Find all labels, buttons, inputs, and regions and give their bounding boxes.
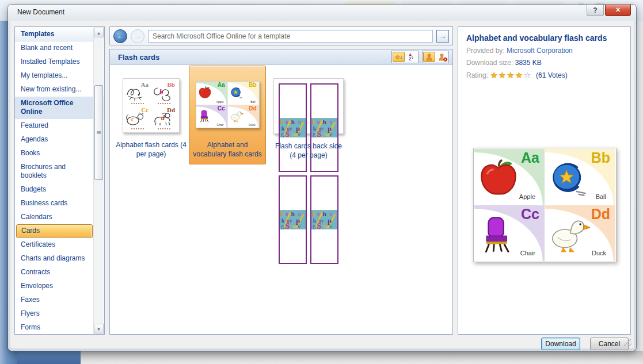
template-item-alphabet-flash-cards[interactable]: Aa Bb b Cc [115,78,188,159]
sidebar-item-business-cards[interactable]: Business cards [15,197,104,210]
template-thumbnail: Aa Bb b Cc [123,78,180,133]
letter-collage [279,175,307,264]
sketch-animal-icon [125,111,145,127]
sidebar-item-cards[interactable]: Cards [16,224,93,238]
resize-grip[interactable] [624,339,631,346]
community-exclude-button[interactable]: × [436,52,448,62]
sidebar-item-flyers[interactable]: Flyers [15,307,104,321]
screen: AaB New Document ? × Templates Blank and… [0,0,643,364]
templates-sidebar: Templates Blank and recent Installed Tem… [14,26,105,335]
rating-stars: ★★★★☆ [490,70,531,80]
community-group: × [422,51,449,63]
scroll-up-icon[interactable]: ▲ [94,28,104,37]
sidebar-item-envelopes[interactable]: Envelopes [15,279,104,293]
forward-button[interactable]: → [131,29,144,43]
close-button[interactable]: × [605,5,631,16]
chair-icon [198,110,212,122]
sidebar-header-office-online: Microsoft Office Online [15,97,104,119]
template-tiles: Aa Bb b Cc [110,64,452,334]
sidebar-item-blank-and-recent[interactable]: Blank and recent [15,41,104,55]
search-bar: ← → → [109,26,453,45]
star-icon: ★ [499,70,507,80]
help-button[interactable]: ? [587,5,604,16]
provided-by-value[interactable]: Microsoft Corporation [507,47,573,55]
template-thumbnail: Aa Apple Bb Ball Cc [196,81,260,128]
caption-mark [131,128,145,129]
sidebar-item-charts-and-diagrams[interactable]: Charts and diagrams [15,252,104,266]
sort-az-button[interactable]: AZ↓ [405,52,417,62]
sidebar-item-certificates[interactable]: Certificates [15,238,104,252]
sidebar-item-budgets[interactable]: Budgets [15,183,104,197]
sidebar-item-my-templates[interactable]: My templates... [15,69,104,83]
ball-icon [549,159,590,197]
sidebar-item-new-from-existing[interactable]: New from existing... [15,83,104,97]
card-letter: Cc [218,105,225,112]
apple-icon [478,159,519,197]
sidebar-item-forms[interactable]: Forms [15,321,104,335]
back-arrow-icon: ← [117,32,124,40]
sidebar-scrollbar[interactable]: ▲ ▼ [93,28,104,334]
template-label: Alphabet and vocabulary flash cards [189,140,265,159]
card-letter: Dd [249,105,256,112]
cancel-button[interactable]: Cancel [590,338,629,350]
template-gallery: Flash cards ★↓ AZ↓ [109,49,453,335]
star-icon: ★ [490,70,498,80]
sidebar-item-featured[interactable]: Featured [15,119,104,133]
download-button[interactable]: Download [541,338,580,350]
close-icon: × [615,5,620,14]
caption-mark [158,128,172,129]
sketch-accent: c [131,115,134,124]
apple-icon [198,86,212,99]
sidebar-item-calendars[interactable]: Calendars [15,210,104,224]
category-title: Flash cards [110,53,391,62]
scrollbar-thumb[interactable] [94,85,103,180]
search-input[interactable] [148,30,433,43]
star-icon: ★ [515,70,523,80]
back-button[interactable]: ← [113,29,127,43]
sketch-accent: b [159,87,163,97]
scroll-down-icon[interactable]: ▼ [94,324,104,334]
template-details-panel: Alphabet and vocabulary flash cards Prov… [458,26,631,335]
duck-icon [549,216,590,254]
card-word: Apple [519,193,535,200]
template-thumbnail [273,78,344,134]
down-arrow-icon: ↓ [411,54,414,60]
card-word: Chair [520,250,535,256]
community-include-button[interactable] [423,52,435,62]
duck-icon [230,110,243,122]
card-letter: Aa [218,82,225,88]
dialog-titlebar[interactable]: New Document ? × [8,5,636,21]
caption-mark [131,103,145,104]
card-word: Chair [217,123,224,127]
card-letter: Bb [249,82,256,88]
background-statusbar [81,351,643,364]
star-icon: ★ [507,70,515,80]
sidebar-item-books[interactable]: Books [15,147,104,160]
template-preview-image: Aa Apple Bb Ball Cc Chair [473,148,617,262]
exclude-badge-icon: × [443,57,448,62]
category-header: Flash cards ★↓ AZ↓ [110,49,452,65]
dialog-title: New Document [17,5,64,20]
download-size-label: Download size: [466,59,513,67]
details-title: Alphabet and vocabulary flash cards [466,33,622,43]
sidebar-item-installed-templates[interactable]: Installed Templates [15,55,104,69]
sketch-accent: d [161,114,165,122]
chair-icon [478,216,519,254]
dialog-body: Templates Blank and recent Installed Tem… [10,21,634,348]
card-word: Duck [592,250,606,256]
down-arrow-icon: ↓ [400,54,403,60]
template-item-alphabet-vocabulary-selected[interactable]: Aa Apple Bb Ball Cc [189,66,266,164]
sort-rating-button[interactable]: ★↓ [393,52,405,62]
sketch-animal-icon [125,86,145,102]
star-empty-icon: ☆ [523,70,531,80]
sidebar-item-faxes[interactable]: Faxes [15,293,104,307]
card-word: Apple [216,100,224,104]
new-document-dialog: New Document ? × Templates Blank and rec… [8,5,636,351]
card-letter: Cc [521,206,539,223]
template-item-flash-cards-back-side[interactable]: Flash cards back side (4 per page) [271,78,346,160]
sidebar-item-contracts[interactable]: Contracts [15,266,104,279]
sidebar-item-agendas[interactable]: Agendas [15,133,104,147]
rating-label: Rating: [466,71,488,79]
search-go-button[interactable]: → [436,30,449,43]
sidebar-item-brochures[interactable]: Brochures and booklets [15,160,104,183]
